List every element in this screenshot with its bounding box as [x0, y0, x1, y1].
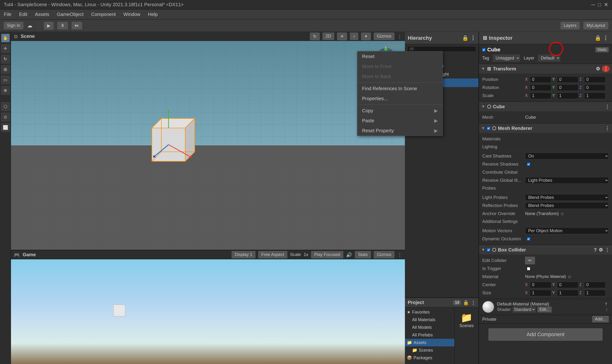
menu-file[interactable]: File: [4, 12, 12, 17]
rot-y-input[interactable]: [557, 84, 578, 91]
close-btn[interactable]: ✕: [604, 2, 608, 8]
reflection-probes-select[interactable]: Blend Probes: [525, 202, 609, 209]
ctx-reset[interactable]: Reset: [357, 52, 442, 61]
rot-x-input[interactable]: [530, 84, 551, 91]
proj-packages[interactable]: 📦 Packages: [405, 354, 454, 362]
mesh-renderer-checkbox[interactable]: [487, 127, 490, 130]
box-collider-checkbox[interactable]: [487, 248, 490, 251]
pos-x-input[interactable]: [530, 76, 551, 83]
ctx-move-back[interactable]: Move to Back: [357, 71, 442, 81]
receive-global-select[interactable]: Light Probes: [525, 177, 609, 184]
rect-tool[interactable]: ▭: [1, 76, 10, 84]
object-active-checkbox[interactable]: [482, 48, 485, 52]
scene-light-btn[interactable]: ☀: [337, 33, 347, 40]
tag-select[interactable]: Untagged: [493, 55, 520, 61]
ctx-reset-property[interactable]: Reset Property ▶: [357, 126, 442, 136]
scene-refresh-btn[interactable]: ↻: [310, 33, 320, 40]
shader-select[interactable]: Standard: [513, 307, 536, 312]
material-help-icon[interactable]: ?: [605, 302, 609, 306]
project-menu-icon[interactable]: ⋮: [471, 300, 476, 305]
scene-fx-btn[interactable]: ✦: [361, 33, 371, 40]
proj-all-materials[interactable]: All Materials: [405, 316, 454, 324]
box-collider-header[interactable]: ▼ ⬡ Box Collider ? ⚙ ⋮: [479, 245, 612, 255]
display-btn[interactable]: Display 1: [232, 251, 255, 258]
pos-z-input[interactable]: [584, 76, 606, 83]
game-menu-icon[interactable]: ⋮: [397, 252, 402, 258]
dynamic-occlusion-checkbox[interactable]: [527, 237, 530, 241]
custom-tool-3[interactable]: ⬜: [1, 123, 10, 132]
box-collider-help-icon[interactable]: ?: [594, 247, 597, 253]
ctx-move-front[interactable]: Move to Front: [357, 61, 442, 71]
box-collider-menu-icon[interactable]: ⋮: [605, 247, 610, 253]
scene-audio-btn[interactable]: ♪: [350, 33, 358, 40]
custom-tool-1[interactable]: ⬡: [1, 102, 10, 111]
size-z-input[interactable]: [584, 290, 606, 296]
pos-y-input[interactable]: [557, 76, 578, 83]
sign-in-btn[interactable]: Sign In: [4, 22, 23, 29]
move-tool[interactable]: ✛: [1, 44, 10, 53]
menu-component[interactable]: Component: [91, 12, 116, 17]
scale-x-input[interactable]: [530, 92, 551, 99]
scene-gizmos-btn[interactable]: Gizmos: [374, 33, 394, 40]
ctx-paste[interactable]: Paste ▶: [357, 116, 442, 126]
ctx-properties[interactable]: Properties...: [357, 93, 442, 104]
cast-shadows-select[interactable]: On: [525, 153, 609, 159]
menu-window[interactable]: Window: [123, 12, 140, 17]
proj-scenes[interactable]: 📁 Scenes: [405, 346, 454, 354]
gizmos-game-btn[interactable]: Gizmos: [374, 251, 394, 258]
edit-collider-btn[interactable]: ✏: [525, 257, 535, 264]
transform-header[interactable]: ▼ ⊞ Transform ⚙ ⋮: [479, 64, 612, 74]
ctx-copy[interactable]: Copy ▶: [357, 106, 442, 116]
play-focused-btn[interactable]: Play Focused: [311, 251, 343, 258]
proj-all-models[interactable]: All Models: [405, 324, 454, 331]
layout-btn[interactable]: MyLayout: [584, 22, 608, 29]
size-x-input[interactable]: [530, 290, 551, 296]
scale-z-input[interactable]: [584, 92, 606, 99]
rot-z-input[interactable]: [584, 84, 606, 91]
is-trigger-checkbox[interactable]: [527, 267, 530, 270]
hand-tool[interactable]: ✋: [1, 34, 10, 42]
rotate-tool[interactable]: ↻: [1, 55, 10, 63]
scene-2d-btn[interactable]: 2D: [322, 33, 334, 40]
add-component-btn[interactable]: Add Component: [489, 328, 602, 341]
transform-settings-icon[interactable]: ⚙: [596, 66, 600, 72]
material-menu-icon[interactable]: ⋮: [605, 307, 609, 312]
pause-btn[interactable]: ⏸: [57, 22, 68, 29]
cube-3d-object[interactable]: [133, 109, 204, 182]
proj-assets[interactable]: 📁 Assets: [405, 339, 454, 346]
box-collider-settings-icon[interactable]: ⚙: [599, 247, 603, 253]
center-z-input[interactable]: [584, 282, 606, 288]
project-lock-icon[interactable]: 🔒: [463, 300, 469, 305]
size-y-input[interactable]: [557, 290, 578, 296]
proj-favorites[interactable]: ★ Favorites: [405, 308, 454, 316]
center-x-input[interactable]: [530, 282, 551, 288]
menu-help[interactable]: Help: [148, 12, 158, 17]
menu-edit[interactable]: Edit: [19, 12, 27, 17]
inspector-menu-icon[interactable]: ⋮: [603, 35, 608, 41]
center-y-input[interactable]: [557, 282, 578, 288]
ctx-find-refs[interactable]: Find References In Scene: [357, 83, 442, 93]
motion-vectors-select[interactable]: Per Object Motion: [525, 227, 609, 234]
receive-shadows-checkbox[interactable]: [527, 163, 530, 166]
scene-menu-icon[interactable]: ⋮: [397, 34, 402, 39]
mesh-filter-menu-icon[interactable]: ⋮: [605, 104, 610, 109]
transform-menu-icon[interactable]: ⋮: [602, 65, 610, 72]
step-btn[interactable]: ⏭: [72, 22, 82, 29]
proj-all-prefabs[interactable]: All Prefabs: [405, 331, 454, 339]
maximize-btn[interactable]: □: [598, 2, 601, 8]
scale-tool[interactable]: ⊞: [1, 65, 10, 74]
scene-canvas[interactable]: < Persp X Y Z: [11, 41, 405, 250]
custom-tool-2[interactable]: ⊙: [1, 113, 10, 121]
menu-gameobject[interactable]: GameObject: [57, 12, 83, 17]
transform-tool[interactable]: ⊕: [1, 86, 10, 95]
add-btn[interactable]: Add...: [592, 316, 609, 322]
mesh-renderer-header[interactable]: ▼ ⬡ Mesh Renderer ⋮: [479, 123, 612, 133]
stats-btn[interactable]: Stats: [355, 251, 371, 258]
light-probes-select[interactable]: Blend Probes: [525, 194, 609, 201]
play-btn[interactable]: ▶: [44, 22, 53, 29]
menu-assets[interactable]: Assets: [35, 12, 49, 17]
layer-select[interactable]: Default: [538, 55, 560, 61]
hierarchy-lock-icon[interactable]: 🔒: [462, 35, 468, 41]
mesh-renderer-menu-icon[interactable]: ⋮: [605, 125, 610, 131]
shader-edit-btn[interactable]: Edit...: [537, 307, 552, 312]
